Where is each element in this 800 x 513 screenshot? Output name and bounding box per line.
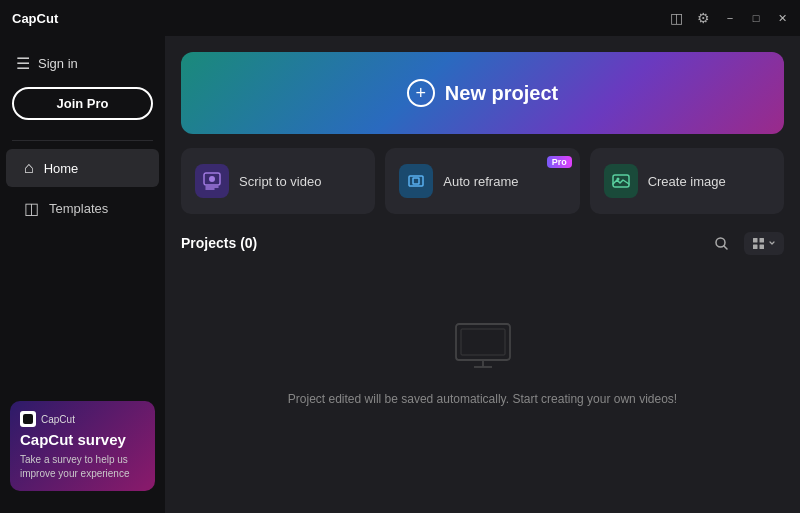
empty-state: Project edited will be saved automatical… bbox=[181, 274, 784, 426]
chat-icon[interactable]: ◫ bbox=[670, 10, 683, 26]
projects-section: Projects (0) bbox=[181, 228, 784, 497]
minimize-button[interactable]: − bbox=[724, 12, 736, 24]
quick-actions: Script to video Auto reframe Pro bbox=[181, 148, 784, 214]
app-logo: CapCut bbox=[12, 11, 58, 26]
grid-view-button[interactable] bbox=[744, 232, 784, 255]
new-project-banner[interactable]: + New project bbox=[181, 52, 784, 134]
survey-brand: CapCut bbox=[20, 411, 145, 427]
empty-state-text: Project edited will be saved automatical… bbox=[288, 392, 677, 406]
new-project-label: New project bbox=[445, 82, 558, 105]
projects-title: Projects (0) bbox=[181, 235, 257, 251]
titlebar: CapCut ◫ ⚙ − □ ✕ bbox=[0, 0, 800, 36]
user-icon: ☰ bbox=[16, 54, 30, 73]
home-icon: ⌂ bbox=[24, 159, 34, 177]
auto-reframe-card[interactable]: Auto reframe Pro bbox=[385, 148, 579, 214]
titlebar-controls: ◫ ⚙ − □ ✕ bbox=[670, 10, 788, 26]
survey-brand-logo bbox=[20, 411, 36, 427]
maximize-button[interactable]: □ bbox=[750, 12, 762, 24]
content-area: + New project Script to video bbox=[165, 36, 800, 513]
survey-card[interactable]: CapCut CapCut survey Take a survey to he… bbox=[10, 401, 155, 491]
view-toggle bbox=[744, 232, 784, 255]
auto-reframe-icon bbox=[399, 164, 433, 198]
svg-rect-12 bbox=[461, 329, 505, 355]
projects-header: Projects (0) bbox=[181, 228, 784, 258]
pro-badge: Pro bbox=[547, 156, 572, 168]
sidebar-divider bbox=[12, 140, 153, 141]
main-layout: ☰ Sign in Join Pro ⌂ Home ◫ Templates Ca… bbox=[0, 36, 800, 513]
svg-rect-10 bbox=[760, 244, 765, 249]
create-image-icon bbox=[604, 164, 638, 198]
survey-title: CapCut survey bbox=[20, 431, 145, 449]
svg-rect-9 bbox=[753, 244, 758, 249]
sidebar-item-home[interactable]: ⌂ Home bbox=[6, 149, 159, 187]
sign-in-label: Sign in bbox=[38, 56, 78, 71]
create-image-label: Create image bbox=[648, 174, 726, 189]
svg-rect-8 bbox=[760, 238, 765, 243]
sidebar-item-templates-label: Templates bbox=[49, 201, 108, 216]
new-project-plus-icon: + bbox=[407, 79, 435, 107]
settings-icon[interactable]: ⚙ bbox=[697, 10, 710, 26]
svg-rect-3 bbox=[413, 178, 419, 184]
create-image-card[interactable]: Create image bbox=[590, 148, 784, 214]
templates-icon: ◫ bbox=[24, 199, 39, 218]
close-button[interactable]: ✕ bbox=[776, 12, 788, 24]
empty-projects-icon bbox=[438, 304, 528, 378]
sidebar: ☰ Sign in Join Pro ⌂ Home ◫ Templates Ca… bbox=[0, 36, 165, 513]
script-to-video-icon bbox=[195, 164, 229, 198]
svg-point-1 bbox=[209, 176, 215, 182]
join-pro-button[interactable]: Join Pro bbox=[12, 87, 153, 120]
search-button[interactable] bbox=[706, 228, 736, 258]
survey-brand-logo-inner bbox=[23, 414, 33, 424]
auto-reframe-label: Auto reframe bbox=[443, 174, 518, 189]
script-to-video-label: Script to video bbox=[239, 174, 321, 189]
sign-in-row[interactable]: ☰ Sign in bbox=[12, 48, 153, 79]
titlebar-left: CapCut bbox=[12, 11, 58, 26]
survey-brand-text: CapCut bbox=[41, 414, 75, 425]
svg-rect-7 bbox=[753, 238, 758, 243]
sidebar-auth: ☰ Sign in Join Pro bbox=[0, 48, 165, 136]
survey-description: Take a survey to help us improve your ex… bbox=[20, 453, 145, 481]
script-to-video-card[interactable]: Script to video bbox=[181, 148, 375, 214]
projects-controls bbox=[706, 228, 784, 258]
sidebar-item-templates[interactable]: ◫ Templates bbox=[6, 189, 159, 228]
sidebar-item-home-label: Home bbox=[44, 161, 79, 176]
